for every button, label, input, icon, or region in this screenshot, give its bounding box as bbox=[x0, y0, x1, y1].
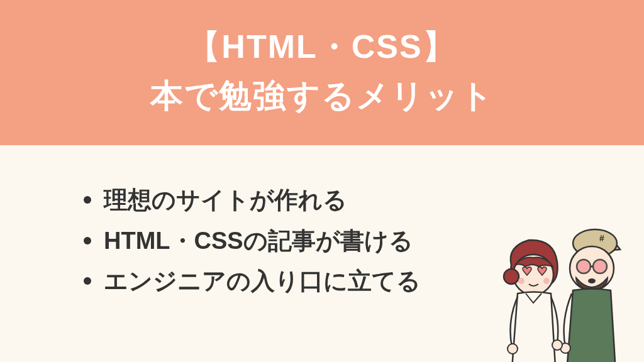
svg-text:#: # bbox=[599, 233, 604, 243]
svg-point-6 bbox=[588, 278, 596, 283]
svg-point-12 bbox=[508, 344, 518, 354]
svg-point-13 bbox=[552, 340, 562, 350]
header-title-line2: 本で勉強するメリット bbox=[13, 71, 631, 120]
bullet-text: 理想のサイトが作れる bbox=[104, 187, 347, 213]
body-section: 理想のサイトが作れる HTML・CSSの記事が書ける エンジニアの入り口に立てる… bbox=[0, 145, 644, 362]
header-banner: 【HTML・CSS】 本で勉強するメリット bbox=[0, 0, 644, 145]
svg-point-3 bbox=[577, 260, 591, 273]
characters-illustration: # bbox=[491, 221, 633, 362]
bullet-text: エンジニアの入り口に立てる bbox=[104, 268, 421, 294]
character-left-icon bbox=[504, 240, 562, 362]
header-title-line1: 【HTML・CSS】 bbox=[13, 22, 631, 71]
svg-point-4 bbox=[593, 260, 607, 273]
svg-point-11 bbox=[543, 278, 550, 284]
bullet-text: HTML・CSSの記事が書ける bbox=[104, 228, 413, 254]
list-item: 理想のサイトが作れる bbox=[79, 180, 587, 221]
svg-point-10 bbox=[518, 278, 525, 284]
character-right-icon: # bbox=[560, 229, 620, 362]
svg-point-9 bbox=[504, 269, 519, 284]
